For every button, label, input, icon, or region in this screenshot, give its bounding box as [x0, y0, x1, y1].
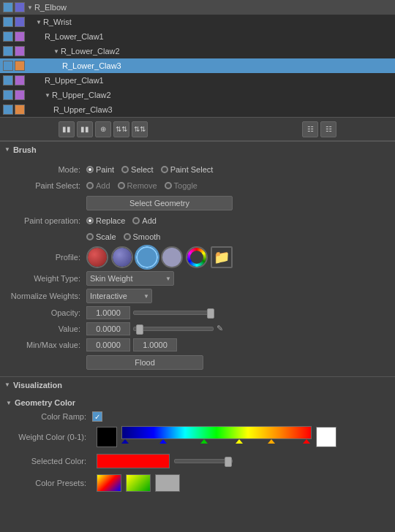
ps-toggle[interactable]: Toggle: [165, 181, 198, 190]
mode-select[interactable]: Select: [121, 165, 154, 174]
mode-paint-select[interactable]: Paint Select: [161, 165, 214, 174]
op-scale[interactable]: Scale: [86, 232, 116, 241]
ps-remove-label: Remove: [127, 181, 157, 190]
mirror-button[interactable]: ⊕: [95, 121, 111, 137]
section-collapse-arrow: ▼: [4, 146, 10, 153]
profile-label: Profile:: [6, 253, 86, 262]
ps-add[interactable]: Add: [86, 181, 110, 190]
tree-item-label: R_Upper_Claw2: [52, 91, 111, 99]
select-geometry-button[interactable]: Select Geometry: [86, 196, 233, 210]
value-input[interactable]: 0.0000: [86, 322, 130, 335]
visibility-toggle[interactable]: [3, 17, 13, 27]
normalize-dropdown[interactable]: Interactive: [86, 289, 152, 303]
paste-button[interactable]: ▮▮: [77, 121, 93, 137]
profile-folder-btn[interactable]: 📁: [211, 246, 233, 268]
expand-arrow[interactable]: ▼: [45, 92, 50, 99]
profile-sphere-btn[interactable]: [86, 246, 108, 268]
color-ramp-checkbox[interactable]: [92, 411, 102, 422]
sort-button[interactable]: ⇅⇅: [113, 121, 129, 137]
preset-3-button[interactable]: [155, 474, 180, 492]
marker-5[interactable]: [303, 439, 310, 444]
color-swatch: [15, 104, 25, 115]
tree-row[interactable]: ▼ R_Upper_Claw2: [0, 88, 395, 102]
paint-select-radio-group: Add Remove Toggle: [86, 181, 198, 190]
op-smooth[interactable]: Smooth: [124, 232, 161, 241]
brush-section-header[interactable]: ▼ Brush: [0, 141, 395, 157]
visibility-toggle[interactable]: [3, 61, 13, 71]
opacity-input[interactable]: 1.0000: [86, 306, 130, 319]
selected-color-swatch[interactable]: [97, 454, 170, 468]
paint-select-radio[interactable]: [161, 166, 168, 173]
tree-row[interactable]: R_Upper_Claw1: [0, 73, 395, 88]
value-track[interactable]: [133, 327, 214, 331]
add-radio[interactable]: [132, 217, 140, 224]
paint-op-label: Paint operation:: [6, 216, 86, 225]
visibility-toggle[interactable]: [3, 2, 13, 12]
weight-type-dropdown[interactable]: Skin Weight: [86, 271, 174, 286]
tree-row[interactable]: R_Upper_Claw3: [0, 102, 395, 117]
viz-section-title: Visualization: [13, 381, 62, 390]
min-input[interactable]: 0.0000: [86, 338, 130, 352]
value-thumb[interactable]: [136, 324, 143, 335]
max-input[interactable]: 1.0000: [133, 338, 177, 352]
expand-arrow[interactable]: ▼: [36, 19, 42, 26]
profile-gradient-btn[interactable]: [111, 246, 133, 268]
visibility-toggle[interactable]: [3, 31, 13, 42]
smooth-radio[interactable]: [124, 233, 131, 240]
geo-color-header[interactable]: ▼ Geometry Color: [6, 395, 389, 410]
white-color-swatch[interactable]: [316, 427, 336, 447]
marker-3[interactable]: [236, 439, 243, 444]
tree-row[interactable]: ▼ R_Lower_Claw2: [0, 44, 395, 58]
ps-toggle-radio[interactable]: [165, 182, 172, 189]
value-row: Value: 0.0000 ✎: [0, 321, 395, 337]
selected-color-thumb[interactable]: [225, 457, 232, 467]
marker-0[interactable]: [121, 439, 129, 444]
color-ramp-row: Color Ramp:: [6, 410, 389, 423]
visibility-toggle[interactable]: [3, 75, 13, 86]
visualization-section-header[interactable]: ▼ Visualization: [0, 376, 395, 392]
op-replace[interactable]: Replace: [86, 216, 125, 225]
tree-row[interactable]: ▼ R_Wrist: [0, 15, 395, 29]
value-slider-wrap: 0.0000 ✎: [86, 322, 227, 335]
scale-radio[interactable]: [86, 233, 94, 240]
sort2-button[interactable]: ⇅⇅: [132, 121, 148, 137]
tree-row[interactable]: R_Lower_Claw1: [0, 29, 395, 44]
tree-row[interactable]: R_Lower_Claw3: [0, 58, 395, 73]
profile-colorwheel-btn[interactable]: [186, 246, 208, 268]
preset-1-button[interactable]: [97, 474, 121, 492]
replace-radio[interactable]: [86, 217, 94, 224]
profile-flat-btn[interactable]: [136, 246, 158, 268]
visibility-toggle[interactable]: [3, 104, 13, 115]
opacity-track[interactable]: [133, 311, 214, 315]
paint-select-row: Paint Select: Add Remove Toggle: [0, 178, 395, 194]
ps-remove-radio[interactable]: [118, 182, 125, 189]
ps-add-radio[interactable]: [86, 182, 94, 189]
select-radio[interactable]: [121, 166, 129, 173]
expand-arrow[interactable]: ▼: [27, 4, 33, 11]
expand-arrow[interactable]: ▼: [53, 48, 59, 55]
paint-label: Paint: [96, 165, 114, 174]
copy-button[interactable]: ▮▮: [59, 121, 75, 137]
visibility-toggle[interactable]: [3, 46, 13, 56]
marker-1[interactable]: [159, 439, 167, 444]
op-add[interactable]: Add: [132, 216, 157, 225]
selected-color-slider[interactable]: [174, 459, 233, 463]
normalize-dropdown-wrap: Interactive: [86, 289, 152, 303]
marker-4[interactable]: [268, 439, 275, 444]
preset-2-button[interactable]: [126, 474, 151, 492]
gradient-bar[interactable]: [121, 426, 312, 439]
marker-triangle-2: [200, 439, 208, 444]
list-button[interactable]: ☷: [302, 121, 318, 137]
marker-2[interactable]: [200, 439, 208, 444]
mode-paint[interactable]: Paint: [86, 165, 114, 174]
tree-row[interactable]: ▼ R_Elbow: [0, 0, 395, 15]
opacity-thumb[interactable]: [207, 308, 214, 319]
black-color-swatch[interactable]: [97, 427, 117, 447]
grid-button[interactable]: ☷: [320, 121, 336, 137]
profile-square-btn[interactable]: [161, 246, 183, 268]
selected-color-label: Selected Color:: [12, 457, 92, 466]
flood-button[interactable]: Flood: [86, 355, 203, 370]
visibility-toggle[interactable]: [3, 90, 13, 100]
paint-radio[interactable]: [86, 166, 94, 173]
ps-remove[interactable]: Remove: [118, 181, 157, 190]
